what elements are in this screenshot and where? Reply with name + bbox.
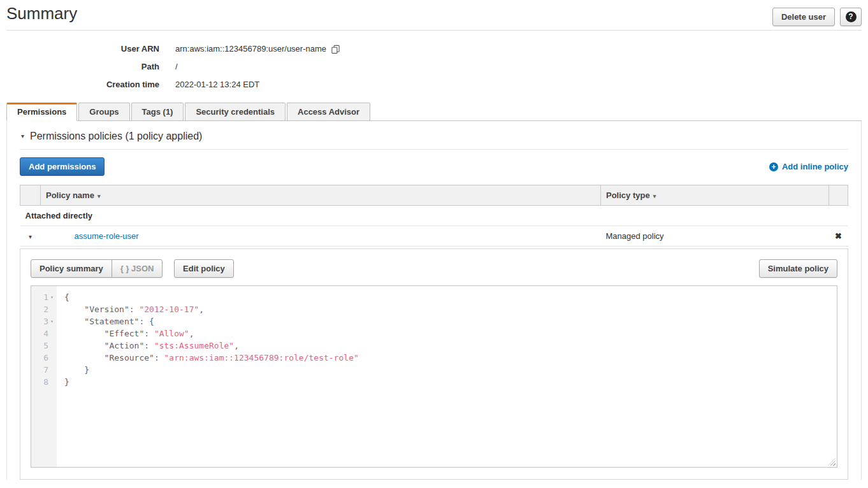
code-line: "Action": "sts:AssumeRole", — [64, 340, 837, 352]
tab-permissions[interactable]: Permissions — [6, 103, 77, 121]
page-header: Summary Delete user ? — [6, 0, 862, 31]
permissions-tab-panel: ▾ Permissions policies (1 policy applied… — [6, 121, 862, 480]
row-expand-caret[interactable]: ▾ — [20, 226, 41, 247]
policy-detail-toolbar: Policy summary { } JSON Edit policy Simu… — [31, 259, 837, 278]
header-actions: Delete user ? — [772, 8, 862, 26]
add-permissions-button[interactable]: Add permissions — [20, 157, 105, 176]
line-number: 3▾ — [31, 315, 57, 327]
code-line: "Statement": { — [64, 315, 837, 327]
add-inline-policy-link[interactable]: + Add inline policy — [769, 162, 848, 171]
detail-row-path: Path / — [0, 57, 868, 75]
line-number: 7 — [31, 364, 57, 376]
policy-table-row: ▾ assume-role-user Managed policy ✖ — [20, 226, 848, 247]
policy-name-column-header[interactable]: Policy name▾ — [41, 185, 601, 206]
view-toggle-group: Policy summary { } JSON — [31, 259, 163, 278]
policy-table-header-row: Policy name▾ Policy type▾ — [20, 185, 848, 206]
code-line: "Version": "2012-10-17", — [64, 303, 837, 315]
page-title: Summary — [6, 4, 77, 24]
section-collapse-caret-icon: ▾ — [21, 133, 24, 140]
permissions-policies-section-toggle[interactable]: ▾ Permissions policies (1 policy applied… — [20, 121, 848, 150]
caret-down-icon: ▾ — [29, 233, 32, 240]
creation-time-label: Creation time — [0, 80, 159, 89]
tab-tags[interactable]: Tags (1) — [131, 103, 184, 121]
fold-caret-icon[interactable]: ▾ — [48, 291, 55, 303]
help-button[interactable]: ? — [840, 8, 862, 26]
path-label: Path — [0, 62, 159, 71]
line-number: 8 — [31, 376, 57, 388]
policy-summary-button[interactable]: Policy summary — [31, 259, 112, 278]
code-line: { — [64, 291, 837, 303]
editor-line-number-gutter: 1▾23▾45678 — [31, 286, 57, 467]
sort-caret-icon: ▾ — [98, 193, 101, 199]
edit-policy-button[interactable]: Edit policy — [174, 259, 234, 278]
simulate-policy-button[interactable]: Simulate policy — [759, 259, 837, 278]
code-line: } — [64, 364, 837, 376]
delete-user-button[interactable]: Delete user — [772, 8, 835, 26]
line-number: 1▾ — [31, 291, 57, 303]
detail-row-creation-time: Creation time 2022-01-12 13:24 EDT — [0, 75, 868, 93]
line-number: 2 — [31, 303, 57, 315]
code-line: "Effect": "Allow", — [64, 327, 837, 340]
action-column-header — [829, 185, 848, 206]
tab-access-advisor[interactable]: Access Advisor — [287, 103, 370, 121]
attached-directly-group-row: Attached directly — [20, 206, 848, 226]
line-number: 4 — [31, 327, 57, 340]
policy-actions-row: Add permissions + Add inline policy — [20, 157, 848, 176]
path-value: / — [175, 62, 178, 71]
tab-security-credentials[interactable]: Security credentials — [185, 103, 286, 121]
help-icon: ? — [846, 11, 857, 22]
user-arn-label: User ARN — [0, 44, 159, 54]
copy-icon[interactable] — [331, 45, 340, 54]
policy-table: Policy name▾ Policy type▾ Attached direc… — [20, 185, 848, 247]
line-number: 6 — [31, 352, 57, 364]
detach-policy-button[interactable]: ✖ — [829, 226, 848, 247]
tab-bar: Permissions Groups Tags (1) Security cre… — [6, 103, 862, 121]
sort-caret-icon: ▾ — [653, 193, 656, 199]
policy-type-column-header[interactable]: Policy type▾ — [601, 185, 829, 206]
add-inline-policy-label: Add inline policy — [782, 162, 848, 171]
editor-code-area[interactable]: { "Version": "2012-10-17", "Statement": … — [57, 286, 837, 467]
line-number: 5 — [31, 340, 57, 352]
user-details: User ARN arn:aws:iam::123456789:user/use… — [0, 39, 868, 93]
tab-groups[interactable]: Groups — [78, 103, 129, 121]
expand-column-header — [20, 185, 41, 206]
fold-caret-icon[interactable]: ▾ — [48, 315, 55, 327]
creation-time-value: 2022-01-12 13:24 EDT — [175, 80, 259, 89]
permissions-policies-heading: Permissions policies (1 policy applied) — [30, 131, 202, 142]
detail-row-user-arn: User ARN arn:aws:iam::123456789:user/use… — [0, 39, 868, 57]
policy-type-value: Managed policy — [601, 226, 829, 247]
policy-name-link[interactable]: assume-role-user — [75, 231, 139, 241]
plus-icon: + — [769, 162, 778, 171]
code-line: "Resource": "arn:aws:iam::123456789:role… — [64, 352, 837, 364]
json-view-button[interactable]: { } JSON — [112, 259, 163, 278]
json-policy-editor: 1▾23▾45678 { "Version": "2012-10-17", "S… — [31, 285, 837, 468]
attached-directly-label: Attached directly — [20, 206, 848, 226]
user-arn-value: arn:aws:iam::123456789:user/user-name — [175, 44, 326, 54]
code-line: } — [64, 376, 837, 388]
policy-detail-panel: Policy summary { } JSON Edit policy Simu… — [20, 248, 848, 480]
